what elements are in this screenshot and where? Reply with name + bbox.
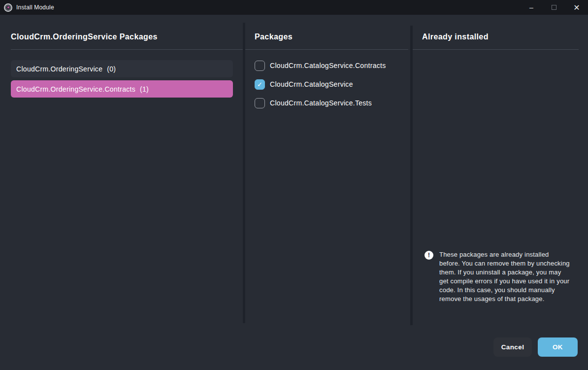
cancel-button[interactable]: Cancel <box>493 337 532 357</box>
packages-header-divider <box>245 49 408 50</box>
module-item-count: (1) <box>140 85 149 93</box>
column-separator-bar <box>410 26 413 325</box>
modules-column-header: CloudCrm.OrderingService Packages <box>11 33 158 41</box>
abp-logo-icon <box>4 3 12 12</box>
module-item[interactable]: CloudCrm.OrderingService(0) <box>11 60 233 77</box>
package-list: CloudCrm.CatalogService.Contracts✓CloudC… <box>255 56 408 112</box>
checkbox-checked[interactable]: ✓ <box>255 79 265 90</box>
checkbox-unchecked[interactable] <box>255 98 265 108</box>
exclamation-circle-icon: ! <box>425 251 433 260</box>
installed-column-header: Already installed <box>422 33 489 41</box>
package-item-label: CloudCrm.CatalogService <box>270 80 353 88</box>
module-item-label: CloudCrm.OrderingService <box>16 65 102 73</box>
module-item-count: (0) <box>107 65 116 73</box>
package-item-label: CloudCrm.CatalogService.Contracts <box>270 62 386 69</box>
minimize-button[interactable]: – <box>520 0 543 15</box>
package-item[interactable]: CloudCrm.CatalogService.Contracts <box>255 56 408 75</box>
close-button[interactable]: ✕ <box>565 0 588 15</box>
installed-note-text: These packages are already installed bef… <box>439 250 571 303</box>
column-separator-bar <box>243 23 245 323</box>
installed-note: ! These packages are already installed b… <box>425 250 573 303</box>
install-module-dialog: Install Module – ✕ CloudCrm.OrderingServ… <box>0 0 588 370</box>
package-item[interactable]: CloudCrm.CatalogService.Tests <box>255 94 408 112</box>
module-item[interactable]: CloudCrm.OrderingService.Contracts(1) <box>11 80 233 98</box>
installed-header-divider <box>413 49 579 50</box>
checkbox-unchecked[interactable] <box>255 61 265 71</box>
package-item[interactable]: ✓CloudCrm.CatalogService <box>255 75 408 94</box>
packages-column-header: Packages <box>255 33 293 41</box>
module-list: CloudCrm.OrderingService(0)CloudCrm.Orde… <box>11 60 233 101</box>
package-item-label: CloudCrm.CatalogService.Tests <box>270 99 372 107</box>
maximize-icon <box>552 5 556 10</box>
modules-header-divider <box>11 49 243 50</box>
maximize-button <box>543 0 565 15</box>
window-title: Install Module <box>16 4 54 11</box>
ok-button[interactable]: OK <box>538 337 578 357</box>
module-item-label: CloudCrm.OrderingService.Contracts <box>16 85 135 93</box>
titlebar: Install Module – ✕ <box>0 0 588 15</box>
window-controls: – ✕ <box>520 0 588 15</box>
